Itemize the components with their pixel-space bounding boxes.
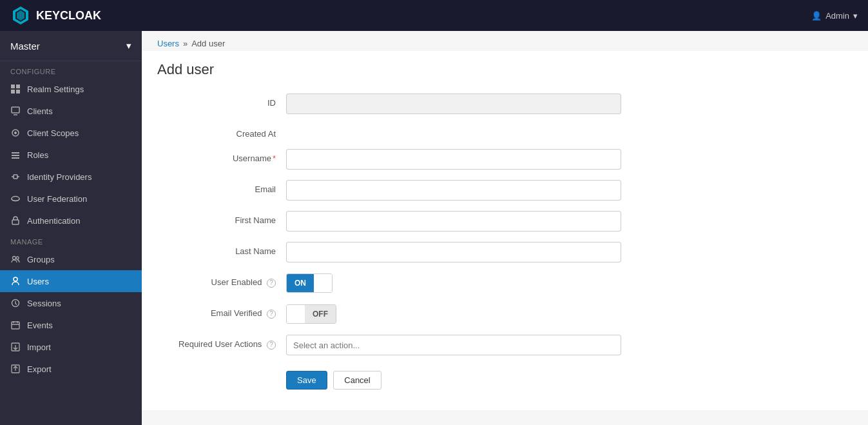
- svg-rect-10: [12, 152, 19, 153]
- svg-rect-12: [12, 157, 19, 159]
- sidebar-item-users[interactable]: Users: [0, 270, 142, 292]
- brand: KEYCLOAK: [10, 5, 101, 26]
- events-icon: [10, 320, 21, 330]
- svg-point-16: [13, 257, 16, 260]
- svg-point-18: [14, 277, 17, 281]
- federation-icon: [10, 193, 21, 204]
- id-label: ID: [157, 94, 286, 108]
- user-enabled-label: User Enabled ?: [157, 273, 286, 288]
- sidebar-item-label: User Federation: [27, 194, 87, 204]
- username-input[interactable]: [286, 149, 621, 170]
- brand-label: KEYCLOAK: [36, 9, 101, 23]
- sidebar-item-identity-providers[interactable]: Identity Providers: [0, 166, 142, 188]
- sidebar-item-roles[interactable]: Roles: [0, 144, 142, 166]
- manage-section-label: Manage: [0, 232, 142, 248]
- idp-icon: [10, 172, 21, 182]
- user-enabled-help-icon[interactable]: ?: [267, 279, 276, 288]
- sidebar-item-label: Realm Settings: [27, 84, 84, 94]
- user-menu[interactable]: 👤 Admin ▾: [811, 11, 858, 21]
- svg-rect-15: [12, 220, 19, 224]
- grid-icon: [10, 84, 21, 94]
- sidebar-item-realm-settings[interactable]: Realm Settings: [0, 78, 142, 100]
- username-label: Username*: [157, 149, 286, 163]
- last-name-field-row: Last Name: [157, 242, 853, 262]
- required-actions-label: Required User Actions ?: [157, 335, 286, 350]
- user-single-icon: [10, 276, 21, 286]
- sidebar-item-label: Authentication: [27, 216, 80, 226]
- email-verified-off-label[interactable]: OFF: [305, 305, 336, 323]
- sidebar-item-label: Roles: [27, 150, 48, 160]
- breadcrumb-users-link[interactable]: Users: [157, 39, 179, 48]
- sidebar-item-import[interactable]: Import: [0, 336, 142, 358]
- last-name-label: Last Name: [157, 242, 286, 256]
- svg-rect-7: [12, 107, 19, 113]
- page-title: Add user: [157, 61, 853, 78]
- sidebar-item-label: Sessions: [27, 299, 61, 308]
- id-input[interactable]: [286, 94, 621, 114]
- email-label: Email: [157, 180, 286, 194]
- email-field-row: Email: [157, 180, 853, 201]
- sidebar-item-label: Users: [27, 277, 49, 286]
- navbar: KEYCLOAK 👤 Admin ▾: [0, 0, 868, 31]
- sidebar: Master ▾ Configure Realm Settings Client…: [0, 31, 142, 425]
- sidebar-item-label: Client Scopes: [27, 128, 79, 138]
- first-name-field-row: First Name: [157, 211, 853, 232]
- svg-point-9: [14, 132, 17, 134]
- user-chevron-icon: ▾: [853, 11, 858, 21]
- email-verified-field-row: Email Verified ? OFF: [157, 304, 853, 324]
- sidebar-item-label: Clients: [27, 106, 53, 116]
- email-verified-on-placeholder[interactable]: [287, 305, 305, 323]
- save-button[interactable]: Save: [286, 371, 327, 390]
- user-enabled-off-placeholder[interactable]: [314, 274, 332, 292]
- import-icon: [10, 342, 21, 352]
- sessions-icon: [10, 298, 21, 308]
- sidebar-item-authentication[interactable]: Authentication: [0, 210, 142, 232]
- sidebar-item-user-federation[interactable]: User Federation: [0, 188, 142, 210]
- sidebar-item-label: Import: [27, 342, 51, 352]
- svg-rect-11: [12, 155, 19, 156]
- required-actions-input[interactable]: [286, 335, 621, 355]
- required-actions-help-icon[interactable]: ?: [267, 341, 276, 350]
- svg-rect-3: [11, 84, 15, 88]
- realm-selector[interactable]: Master ▾: [0, 31, 142, 61]
- email-input[interactable]: [286, 180, 621, 201]
- email-verified-toggle[interactable]: OFF: [286, 304, 336, 324]
- svg-rect-4: [16, 84, 20, 88]
- lock-icon: [10, 215, 21, 226]
- scope-icon: [10, 128, 21, 138]
- email-verified-help-icon[interactable]: ?: [267, 310, 276, 319]
- svg-rect-6: [16, 90, 20, 94]
- first-name-input[interactable]: [286, 211, 621, 232]
- sidebar-item-sessions[interactable]: Sessions: [0, 292, 142, 314]
- breadcrumb-separator: »: [183, 39, 188, 48]
- sidebar-item-groups[interactable]: Groups: [0, 248, 142, 270]
- username-field-row: Username*: [157, 149, 853, 170]
- first-name-label: First Name: [157, 211, 286, 225]
- cancel-button[interactable]: Cancel: [333, 371, 381, 390]
- sidebar-item-label: Events: [27, 321, 53, 330]
- realm-name: Master: [10, 41, 40, 52]
- last-name-input[interactable]: [286, 242, 621, 262]
- user-enabled-on-label[interactable]: ON: [287, 274, 314, 292]
- user-icon: 👤: [811, 11, 822, 21]
- sidebar-item-client-scopes[interactable]: Client Scopes: [0, 122, 142, 144]
- keycloak-logo-icon: [10, 5, 31, 26]
- user-enabled-toggle[interactable]: ON: [286, 273, 333, 293]
- configure-section-label: Configure: [0, 61, 142, 78]
- client-icon: [10, 106, 21, 116]
- sidebar-item-export[interactable]: Export: [0, 358, 142, 380]
- sidebar-item-label: Groups: [27, 255, 55, 264]
- sidebar-item-clients[interactable]: Clients: [0, 100, 142, 122]
- main-content: Users » Add user Add user ID Created At …: [142, 31, 868, 425]
- realm-chevron-icon: ▾: [126, 40, 131, 52]
- email-verified-label: Email Verified ?: [157, 304, 286, 319]
- svg-rect-5: [11, 90, 15, 94]
- created-at-field-row: Created At: [157, 124, 853, 139]
- user-name: Admin: [825, 11, 849, 21]
- sidebar-item-events[interactable]: Events: [0, 314, 142, 336]
- user-enabled-field-row: User Enabled ? ON: [157, 273, 853, 293]
- id-field-row: ID: [157, 94, 853, 114]
- groups-icon: [10, 254, 21, 264]
- created-at-label: Created At: [157, 124, 286, 139]
- form-actions: Save Cancel: [286, 366, 853, 390]
